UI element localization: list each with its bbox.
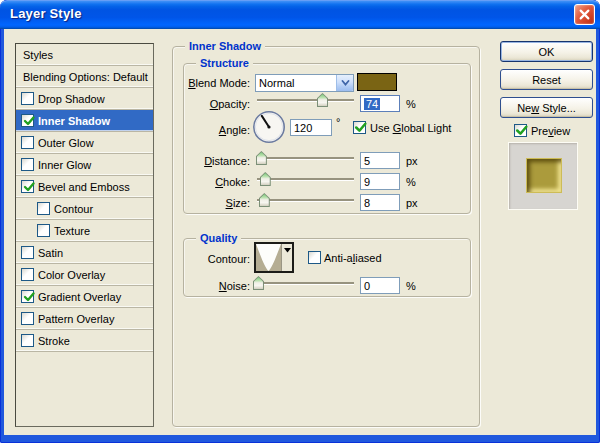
sidebar-item-color-overlay[interactable]: Color Overlay	[16, 264, 153, 286]
preview-checkbox[interactable]	[514, 124, 527, 137]
contour-label: Contour:	[184, 253, 250, 265]
sidebar-item-gradient-overlay[interactable]: Gradient Overlay	[16, 286, 153, 308]
chevron-down-icon	[341, 80, 350, 87]
slider-thumb[interactable]	[260, 172, 271, 186]
checkbox[interactable]	[37, 202, 50, 215]
choke-input[interactable]: 9	[360, 173, 400, 190]
checkbox[interactable]	[37, 224, 50, 237]
checkbox[interactable]	[21, 136, 34, 149]
noise-label: Noise:	[184, 280, 250, 292]
sidebar-item-contour[interactable]: Contour	[16, 198, 153, 220]
sidebar-item-inner-shadow[interactable]: Inner Shadow	[16, 110, 153, 132]
sidebar-item-inner-glow[interactable]: Inner Glow	[16, 154, 153, 176]
opacity-unit: %	[406, 98, 416, 110]
sidebar-item-blending-options[interactable]: Blending Options: Default	[16, 66, 153, 88]
preview-label: Preview	[531, 125, 570, 137]
styles-list: Styles Blending Options: Default Drop Sh…	[15, 43, 154, 427]
check-icon	[22, 114, 36, 128]
layer-style-dialog: Layer Style Styles Blending Options: Def…	[0, 0, 600, 443]
angle-input[interactable]: 120	[290, 119, 332, 136]
size-unit: px	[406, 197, 418, 209]
check-icon	[353, 120, 368, 135]
size-label: Size:	[184, 197, 250, 209]
preview-gold-square	[526, 158, 562, 193]
slider-thumb[interactable]	[259, 193, 270, 207]
check-icon	[22, 290, 36, 304]
slider-track[interactable]	[257, 282, 354, 284]
size-slider[interactable]	[257, 193, 354, 208]
blend-mode-label: Blend Mode:	[184, 77, 250, 89]
close-button[interactable]	[574, 4, 595, 25]
noise-slider[interactable]	[257, 276, 354, 291]
sidebar-item-satin[interactable]: Satin	[16, 242, 153, 264]
angle-label: Angle:	[184, 124, 250, 136]
use-global-light-label: Use Global Light	[370, 122, 451, 134]
slider-thumb[interactable]	[256, 151, 267, 165]
sidebar-item-outer-glow[interactable]: Outer Glow	[16, 132, 153, 154]
noise-input[interactable]: 0	[360, 277, 400, 294]
title-bar[interactable]: Layer Style	[0, 0, 600, 29]
new-style-button[interactable]: New Style...	[500, 97, 593, 118]
checkbox[interactable]	[21, 290, 34, 303]
arrow-down-icon	[284, 248, 291, 253]
noise-unit: %	[406, 280, 416, 292]
shadow-color-swatch[interactable]	[357, 73, 397, 91]
size-input[interactable]: 8	[360, 194, 400, 211]
distance-label: Distance:	[184, 155, 250, 167]
anti-aliased-checkbox[interactable]	[308, 251, 321, 264]
quality-title: Quality	[196, 232, 241, 245]
checkbox[interactable]	[21, 268, 34, 281]
anti-aliased-label: Anti-aliased	[324, 252, 382, 264]
sidebar-item-stroke[interactable]: Stroke	[16, 330, 153, 352]
close-icon	[579, 9, 590, 20]
check-icon	[514, 123, 529, 138]
combo-arrow-button[interactable]	[336, 75, 353, 91]
angle-unit: °	[336, 116, 340, 128]
panel-title: Inner Shadow	[185, 40, 265, 53]
checkbox[interactable]	[21, 312, 34, 325]
style-preview-thumbnail	[508, 142, 578, 210]
checkbox[interactable]	[21, 246, 34, 259]
contour-picker[interactable]	[254, 242, 294, 273]
ok-button[interactable]: OK	[500, 41, 593, 62]
quality-group: Quality Contour: Anti-aliased Noise:	[183, 238, 471, 297]
opacity-slider[interactable]	[257, 93, 354, 108]
choke-slider[interactable]	[257, 172, 354, 187]
angle-dial[interactable]	[252, 110, 286, 144]
choke-label: Choke:	[184, 176, 250, 188]
sidebar-item-bevel-and-emboss[interactable]: Bevel and Emboss	[16, 176, 153, 198]
contour-dropdown-button[interactable]	[281, 244, 292, 271]
slider-track[interactable]	[257, 199, 354, 201]
structure-group: Structure Blend Mode: Normal Opacity: 74	[183, 63, 471, 214]
sidebar-item-texture[interactable]: Texture	[16, 220, 153, 242]
opacity-input[interactable]: 74	[360, 95, 400, 112]
slider-track[interactable]	[257, 157, 354, 159]
check-icon	[22, 180, 36, 194]
window-title: Layer Style	[10, 6, 82, 21]
blend-mode-value: Normal	[256, 77, 336, 89]
sidebar-item-drop-shadow[interactable]: Drop Shadow	[16, 88, 153, 110]
inner-shadow-panel: Inner Shadow Structure Blend Mode: Norma…	[172, 46, 480, 427]
slider-thumb[interactable]	[253, 276, 264, 290]
slider-track[interactable]	[257, 99, 354, 101]
dialog-body: Styles Blending Options: Default Drop Sh…	[4, 29, 596, 435]
checkbox[interactable]	[21, 334, 34, 347]
slider-thumb[interactable]	[317, 93, 328, 107]
distance-slider[interactable]	[257, 151, 354, 166]
checkbox[interactable]	[21, 92, 34, 105]
blend-mode-select[interactable]: Normal	[255, 74, 354, 92]
checkbox[interactable]	[21, 114, 34, 127]
distance-input[interactable]: 5	[360, 152, 400, 169]
checkbox[interactable]	[21, 180, 34, 193]
checkbox[interactable]	[21, 158, 34, 171]
distance-unit: px	[406, 155, 418, 167]
structure-title: Structure	[196, 57, 253, 70]
contour-thumbnail-icon[interactable]	[256, 244, 281, 271]
sidebar-item-pattern-overlay[interactable]: Pattern Overlay	[16, 308, 153, 330]
opacity-label: Opacity:	[184, 98, 250, 110]
sidebar-item-styles[interactable]: Styles	[16, 44, 153, 66]
choke-unit: %	[406, 176, 416, 188]
reset-button[interactable]: Reset	[500, 69, 593, 90]
use-global-light-checkbox[interactable]	[353, 121, 366, 134]
slider-track[interactable]	[257, 178, 354, 180]
